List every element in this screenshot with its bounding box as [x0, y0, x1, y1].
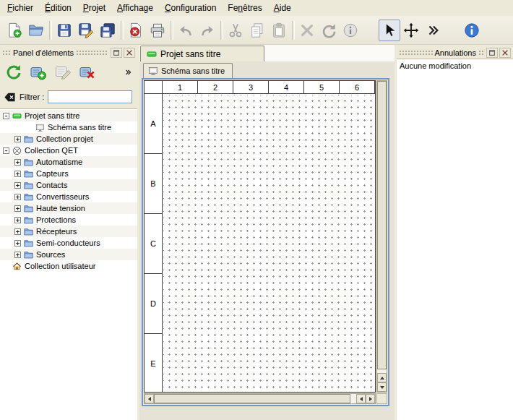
tree-item[interactable]: + Sources — [0, 249, 137, 260]
tree-expander[interactable]: + — [14, 252, 21, 258]
menu-item[interactable]: Aide — [268, 1, 297, 15]
tree-expander[interactable]: - — [3, 147, 9, 154]
scroll-left-button[interactable] — [145, 394, 154, 403]
tree-item[interactable]: + Capteurs — [0, 168, 137, 179]
tree-item[interactable]: + Semi-conducteurs — [0, 237, 137, 249]
menu-item[interactable]: Configuration — [159, 1, 222, 15]
tree-item[interactable]: + Haute tension — [0, 202, 137, 214]
menu-item[interactable]: Projet — [77, 1, 111, 15]
new-button[interactable] — [4, 20, 25, 41]
new-element-button[interactable] — [28, 62, 48, 82]
tree-expander[interactable]: + — [14, 171, 21, 177]
horizontal-scrollbar[interactable] — [144, 393, 376, 404]
pan-mode-button[interactable] — [400, 20, 422, 41]
float-panel-button[interactable] — [486, 48, 498, 58]
save-icon — [56, 22, 72, 38]
select-mode-button[interactable] — [379, 20, 400, 41]
close-panel-button[interactable] — [499, 48, 511, 58]
horizontal-scrollbar-thumb[interactable] — [154, 394, 350, 403]
column-header: 6 — [340, 81, 375, 93]
delete-element-button[interactable] — [77, 62, 98, 82]
tree-item[interactable]: Collection utilisateur — [0, 260, 137, 272]
schema-frame: 123456 ABCDE — [142, 78, 389, 406]
paste-button[interactable] — [268, 20, 290, 41]
delete-button[interactable] — [296, 20, 318, 41]
tree-item[interactable]: + Automatisme — [0, 156, 137, 168]
tree-item[interactable]: - Collection QET — [0, 145, 137, 156]
about-qet-button[interactable] — [461, 20, 483, 41]
scrollbar-corner — [376, 393, 387, 404]
menu-item[interactable]: Fenêtres — [222, 1, 267, 15]
schema-icon — [35, 123, 45, 132]
tree-expander[interactable]: + — [14, 194, 21, 200]
toolbar-button — [168, 20, 175, 41]
vertical-scrollbar-thumb[interactable] — [377, 81, 387, 369]
tree-item[interactable]: - Projet sans titre — [0, 110, 137, 121]
menu-item[interactable]: Affichage — [111, 1, 159, 15]
tree-expander[interactable]: - — [3, 113, 9, 119]
print-button[interactable] — [147, 20, 168, 41]
tree-expander[interactable]: + — [14, 182, 21, 189]
scroll-down-button[interactable] — [377, 382, 387, 392]
float-panel-button[interactable] — [111, 48, 122, 58]
clear-filter-icon[interactable] — [4, 91, 16, 103]
reload-collections-button[interactable] — [4, 62, 24, 82]
tree-item[interactable]: + Convertisseurs — [0, 191, 137, 202]
schema-icon — [148, 66, 158, 76]
tree-item-label: Contacts — [36, 181, 67, 189]
panel-overflow-button[interactable] — [122, 62, 134, 82]
redo-button[interactable] — [197, 20, 218, 41]
undo-list-item[interactable]: Aucune modification — [398, 60, 512, 71]
tree-expander[interactable]: + — [14, 240, 21, 247]
scrollbar-track[interactable] — [350, 394, 356, 403]
schema-canvas[interactable] — [163, 95, 375, 392]
edit-element-button[interactable] — [53, 62, 73, 82]
elements-panel-titlebar[interactable]: Panel d'éléments — [0, 46, 137, 59]
tree-item[interactable]: + Récepteurs — [0, 226, 137, 237]
scroll-left-button-end[interactable] — [356, 394, 366, 403]
tree-expander[interactable]: + — [14, 205, 21, 212]
scroll-up-button[interactable] — [377, 373, 387, 382]
schema-view: 123456 ABCDE — [144, 80, 376, 393]
row-header: B — [145, 154, 162, 214]
menu-item-label: Configuration — [165, 3, 216, 13]
save-as-button[interactable] — [75, 20, 97, 41]
row-header: E — [145, 334, 162, 393]
save-button[interactable] — [53, 20, 75, 41]
cut-button[interactable] — [225, 20, 246, 41]
undo-panel-titlebar[interactable]: Annulations — [397, 46, 513, 59]
row-header: A — [145, 94, 162, 154]
tree-item[interactable]: + Protections — [0, 214, 137, 226]
filter-input[interactable] — [48, 90, 132, 103]
tree-expander[interactable]: + — [14, 136, 21, 142]
scroll-right-button[interactable] — [366, 394, 375, 403]
vertical-scrollbar[interactable] — [376, 80, 387, 393]
column-headers: 123456 — [163, 81, 375, 94]
project-tab[interactable]: Projet sans titre — [140, 46, 264, 61]
close-file-button[interactable] — [125, 20, 147, 41]
tree-item[interactable]: Schéma sans titre — [0, 121, 137, 133]
close-panel-button[interactable] — [124, 48, 135, 58]
tree-expander[interactable] — [3, 263, 9, 270]
toolbar-overflow-button[interactable] — [422, 20, 444, 41]
menubar: Fichier Édition Projet Affichage Configu… — [0, 0, 513, 16]
undo-list: Aucune modification — [397, 59, 513, 420]
tree-expander[interactable] — [26, 124, 33, 131]
main-toolbar — [0, 16, 513, 45]
rotate-button[interactable] — [318, 20, 340, 41]
tree-item[interactable]: + Collection projet — [0, 133, 137, 145]
menu-item[interactable]: Fichier — [1, 1, 39, 15]
info-button[interactable] — [340, 20, 361, 41]
tree-expander[interactable]: + — [14, 159, 21, 166]
undo-button[interactable] — [175, 20, 197, 41]
menu-item-label: Aide — [274, 3, 291, 13]
open-button[interactable] — [25, 20, 47, 41]
save-all-button[interactable] — [97, 20, 118, 41]
copy-button[interactable] — [246, 20, 268, 41]
tree-item[interactable]: + Contacts — [0, 179, 137, 191]
filter-label: Filtrer : — [20, 93, 44, 101]
tree-expander[interactable]: + — [14, 228, 21, 235]
menu-item[interactable]: Édition — [39, 1, 77, 15]
tree-expander[interactable]: + — [14, 217, 21, 223]
schema-tab[interactable]: Schéma sans titre — [143, 63, 233, 78]
